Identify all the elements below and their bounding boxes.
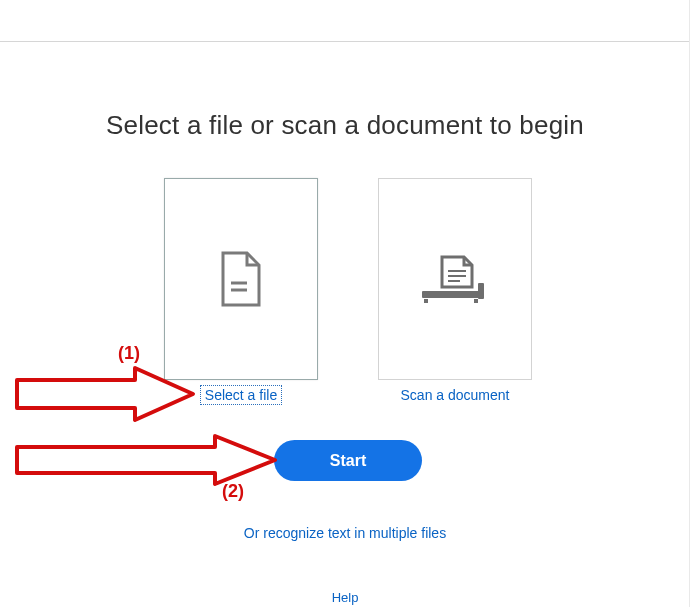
document-icon <box>217 251 265 307</box>
svg-rect-4 <box>424 299 428 303</box>
annotation-2-arrow <box>15 433 277 487</box>
help-link[interactable]: Help <box>0 590 690 605</box>
svg-rect-3 <box>478 283 484 299</box>
page-title: Select a file or scan a document to begi… <box>0 110 690 141</box>
recognize-multiple-files-link[interactable]: Or recognize text in multiple files <box>0 525 690 541</box>
svg-rect-5 <box>474 299 478 303</box>
annotation-1-arrow <box>15 364 195 424</box>
scan-document-label-text: Scan a document <box>401 387 510 403</box>
svg-rect-2 <box>422 291 482 298</box>
scanner-icon <box>420 249 490 309</box>
select-file-option[interactable] <box>164 178 318 380</box>
scan-document-label[interactable]: Scan a document <box>378 387 532 403</box>
select-file-label-text: Select a file <box>200 385 282 405</box>
scan-document-option[interactable] <box>378 178 532 380</box>
divider-top <box>0 41 690 42</box>
start-button[interactable]: Start <box>274 440 422 481</box>
start-button-label: Start <box>330 452 366 470</box>
annotation-1-label: (1) <box>118 343 140 364</box>
